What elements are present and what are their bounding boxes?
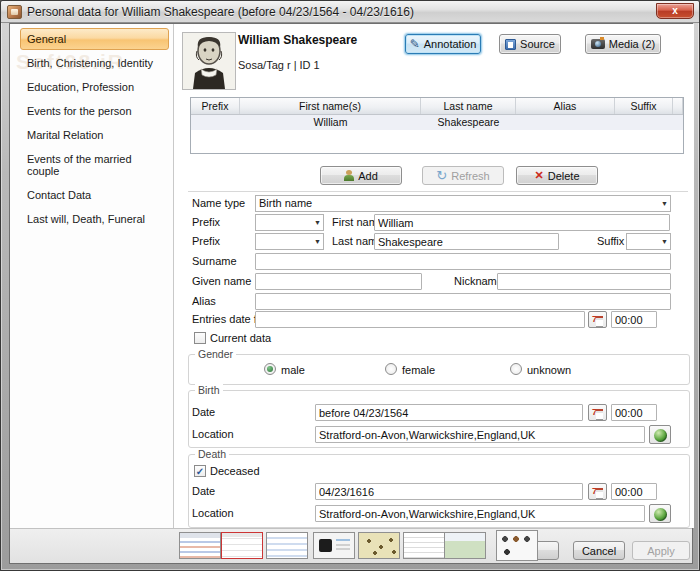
birth-time-input[interactable] <box>611 404 657 421</box>
delete-button[interactable]: ✕ Delete <box>516 166 598 185</box>
sidebar-item-events-married-couple[interactable]: Events of the married couple <box>20 148 169 182</box>
death-location-input[interactable] <box>315 505 645 522</box>
annotation-button[interactable]: ✎ Annotation <box>405 34 481 54</box>
thumbnail-media-view[interactable] <box>313 532 355 559</box>
sidebar-item-education-profession[interactable]: Education, Profession <box>20 76 169 98</box>
birth-calendar-button[interactable]: 7 <box>588 404 607 421</box>
col-prefix[interactable]: Prefix <box>191 98 240 114</box>
sidebar-item-contact-data[interactable]: Contact Data <box>20 184 169 206</box>
col-alias[interactable]: Alias <box>516 98 615 114</box>
thumbnail-table-view[interactable] <box>403 532 445 559</box>
name-type-select[interactable]: Birth name ▼ <box>255 195 671 212</box>
media-button-label: Media (2) <box>609 38 655 50</box>
current-data-checkbox[interactable] <box>194 332 206 344</box>
cell-prefix <box>191 115 240 130</box>
current-data-label: Current data <box>210 332 271 344</box>
refresh-button[interactable]: ↻ Refresh <box>422 166 504 185</box>
calendar-button[interactable]: 7 <box>588 311 607 328</box>
name-type-label: Name type <box>192 197 245 209</box>
add-person-icon <box>344 170 354 181</box>
names-table: Prefix First name(s) Last name Alias Suf… <box>190 97 684 154</box>
close-icon: x <box>672 5 678 16</box>
chevron-down-icon: ▼ <box>661 200 668 207</box>
source-button[interactable]: Source <box>499 34 561 54</box>
prefix1-label: Prefix <box>192 216 220 228</box>
calendar-icon: 7 <box>592 407 597 417</box>
check-icon: ✓ <box>196 466 204 477</box>
prefix2-label: Prefix <box>192 235 220 247</box>
delete-icon: ✕ <box>534 169 543 182</box>
window-title: Personal data for William Shakespeare (b… <box>27 5 414 19</box>
birth-legend: Birth <box>195 384 223 396</box>
death-location-label: Location <box>192 507 234 519</box>
given-name-input[interactable] <box>255 273 422 290</box>
thumbnail-tree-chart[interactable] <box>358 532 400 559</box>
add-button[interactable]: Add <box>320 166 402 185</box>
surname-input[interactable] <box>255 253 671 270</box>
birth-location-input[interactable] <box>315 426 645 443</box>
birth-location-label: Location <box>192 428 234 440</box>
apply-button[interactable]: Apply <box>632 541 690 560</box>
col-first-names[interactable]: First name(s) <box>240 98 421 114</box>
nickname-input[interactable] <box>497 273 671 290</box>
death-date-input[interactable] <box>315 483 583 500</box>
cell-first-names: William <box>240 115 421 130</box>
sidebar-item-last-will-death-funeral[interactable]: Last will, Death, Funeral <box>20 208 169 230</box>
nickname-label: Nickname <box>454 275 503 287</box>
birth-globe-button[interactable] <box>649 425 671 444</box>
close-button[interactable]: x <box>656 3 694 19</box>
gender-female-label: female <box>402 364 435 376</box>
gender-female-radio[interactable] <box>385 363 397 375</box>
death-time-input[interactable] <box>611 483 657 500</box>
gender-male-radio[interactable] <box>264 363 276 375</box>
birth-date-label: Date <box>192 406 215 418</box>
table-row[interactable]: William Shakespeare <box>191 115 683 130</box>
separator <box>188 191 688 192</box>
prefix1-select[interactable]: ▼ <box>255 214 324 231</box>
prefix2-select[interactable]: ▼ <box>255 233 324 250</box>
sidebar-item-general[interactable]: General <box>20 28 169 50</box>
thumbnail-list-view[interactable] <box>266 532 308 559</box>
thumbnail-icons-view[interactable] <box>496 530 538 561</box>
death-legend: Death <box>195 448 229 460</box>
suffix-select[interactable]: ▼ <box>626 233 671 250</box>
sidebar-item-events-for-person[interactable]: Events for the person <box>20 100 169 122</box>
app-icon <box>7 5 22 19</box>
gender-unknown-radio[interactable] <box>510 363 522 375</box>
birth-date-input[interactable] <box>315 404 583 421</box>
media-button[interactable]: Media (2) <box>585 34 661 54</box>
footer-bar: Cancel Apply <box>10 528 692 563</box>
chevron-down-icon: ▼ <box>314 238 321 245</box>
death-globe-button[interactable] <box>649 504 671 523</box>
entries-time-input[interactable] <box>611 311 657 328</box>
name-type-value: Birth name <box>259 197 312 209</box>
thumbnail-map-view[interactable] <box>444 532 486 559</box>
deceased-label: Deceased <box>210 465 260 477</box>
thumbnail-personal-data-current[interactable] <box>221 532 263 559</box>
sidebar-item-marital-relation[interactable]: Marital Relation <box>20 124 169 146</box>
given-name-label: Given name <box>192 275 251 287</box>
last-name-input[interactable] <box>374 233 559 250</box>
sidebar: General Birth, Christening, Identity Edu… <box>10 24 174 528</box>
entries-date-input[interactable] <box>255 311 585 328</box>
thumbnail-overview[interactable] <box>179 532 221 559</box>
main-panel: William Shakespeare Sosa/Tag r | ID 1 ✎ … <box>174 24 694 528</box>
apply-button-label: Apply <box>647 545 675 557</box>
sidebar-item-birth-christening-identity[interactable]: Birth, Christening, Identity <box>20 52 169 74</box>
names-table-header[interactable]: Prefix First name(s) Last name Alias Suf… <box>191 98 683 115</box>
first-names-input[interactable] <box>374 214 670 231</box>
alias-input[interactable] <box>255 293 671 310</box>
suffix-label: Suffix <box>597 235 624 247</box>
refresh-button-label: Refresh <box>451 170 490 182</box>
deceased-checkbox[interactable]: ✓ <box>194 465 206 477</box>
gender-unknown-label: unknown <box>527 364 571 376</box>
gender-legend: Gender <box>195 348 236 360</box>
shakespeare-portrait <box>183 33 235 89</box>
death-calendar-button[interactable]: 7 <box>588 483 607 500</box>
col-last-name[interactable]: Last name <box>421 98 516 114</box>
titlebar[interactable]: Personal data for William Shakespeare (b… <box>1 1 699 23</box>
cancel-button[interactable]: Cancel <box>573 541 625 560</box>
col-suffix[interactable]: Suffix <box>615 98 673 114</box>
surname-label: Surname <box>192 255 237 267</box>
cell-last-name: Shakespeare <box>421 115 516 130</box>
